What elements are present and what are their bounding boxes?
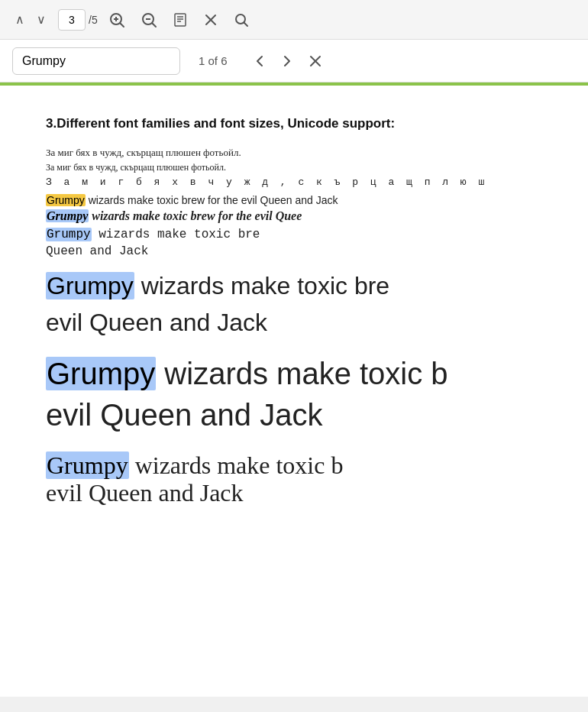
zoom-in-icon <box>108 11 125 28</box>
grumpy-highlight-4: Grumpy <box>46 272 134 299</box>
search-close-icon <box>309 54 322 68</box>
text-line-6b: Queen and Jack <box>46 244 542 258</box>
page-input-wrap: /5 <box>58 9 98 31</box>
text-line-4-rest: wizards make toxic brew for the evil Que… <box>86 194 338 206</box>
large-text-block-2b: evil Queen and Jack <box>46 395 542 435</box>
document-content: 3.Different font families and font sizes… <box>0 86 588 697</box>
svg-line-14 <box>244 22 247 26</box>
large-text-block-1b: evil Queen and Jack <box>46 307 542 339</box>
grumpy-highlight-6: Grumpy <box>46 451 129 479</box>
text-line-5-rest: wizards make toxic brew for the evil Que… <box>89 209 302 222</box>
text-line-5: Grumpy wizards make toxic brew for the e… <box>46 209 542 223</box>
text-line-3: З а м и г б я х в ч у ж д , с к ъ р ц а … <box>46 176 542 188</box>
search-bar: 1 of 6 <box>0 40 588 83</box>
text-line-6a-rest: wizards make toxic bre <box>92 228 260 241</box>
search-count-label: 1 of 6 <box>199 54 244 67</box>
next-page-button[interactable]: ∨ <box>34 9 49 30</box>
chevron-left-icon <box>254 53 266 69</box>
svg-line-6 <box>152 23 156 27</box>
zoom-out-button[interactable] <box>136 8 162 31</box>
large-block2-rest: wizards make toxic b <box>156 357 447 390</box>
toolbar: ∧ ∨ /5 <box>0 0 588 40</box>
section-heading: 3.Different font families and font sizes… <box>46 116 542 131</box>
zoom-in-button[interactable] <box>104 8 130 31</box>
grumpy-highlight-1: Grumpy <box>46 194 86 206</box>
large-text-block-1: Grumpy wizards make toxic bre <box>46 270 542 303</box>
grumpy-highlight-2: Grumpy <box>46 209 89 222</box>
grumpy-highlight-3: Grumpy <box>46 228 92 241</box>
text-line-6a: Grumpy wizards make toxic bre <box>46 228 542 241</box>
search-next-button[interactable] <box>275 50 299 72</box>
search-input[interactable] <box>12 47 180 75</box>
grumpy-highlight-5: Grumpy <box>46 357 156 390</box>
search-button[interactable] <box>229 9 254 31</box>
large-text-block-3b: evil Queen and Jack <box>46 477 542 510</box>
prev-page-button[interactable]: ∧ <box>12 9 27 30</box>
svg-rect-7 <box>175 14 186 26</box>
search-close-button[interactable] <box>302 51 328 71</box>
document-icon <box>173 12 188 28</box>
page-number-input[interactable] <box>58 9 86 31</box>
close-toolbar-button[interactable] <box>199 9 223 31</box>
large-block3-rest: wizards make toxic b <box>129 451 344 479</box>
chevron-right-icon <box>281 53 293 69</box>
close-toolbar-icon <box>203 12 218 28</box>
search-prev-button[interactable] <box>247 50 272 72</box>
large-text-block-2: Grumpy wizards make toxic b <box>46 354 542 393</box>
large-block1-rest: wizards make toxic bre <box>134 272 389 299</box>
text-line-2: За миг бях в чужд, скърцащ плюшен фотьой… <box>46 162 542 173</box>
svg-line-3 <box>120 23 124 27</box>
text-line-4: Grumpy wizards make toxic brew for the e… <box>46 194 542 206</box>
search-toolbar-icon <box>234 12 249 28</box>
text-line-1: За миг бях в чужд, скърцащ плюшен фотьой… <box>46 147 542 159</box>
document-view-button[interactable] <box>168 9 192 31</box>
zoom-out-icon <box>141 11 157 28</box>
page-total-label: /5 <box>89 14 98 26</box>
